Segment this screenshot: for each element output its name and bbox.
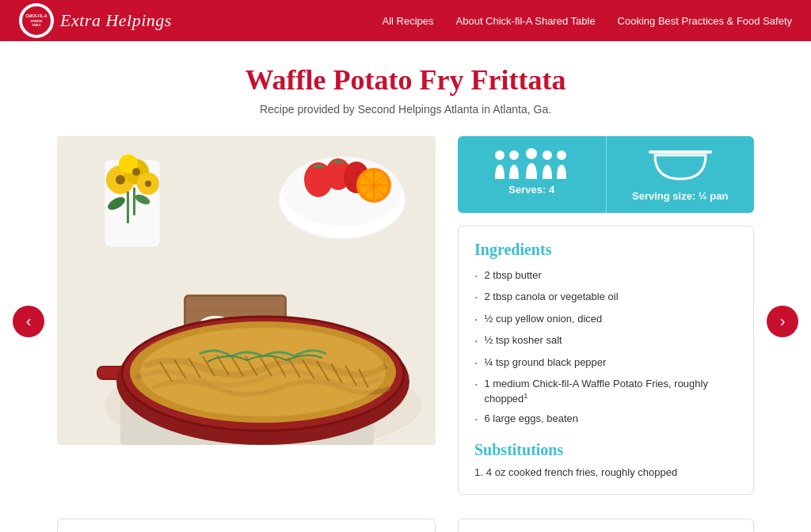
- main-nav: All Recipes About Chick-fil-A Shared Tab…: [383, 15, 793, 27]
- svg-point-60: [686, 169, 691, 173]
- svg-rect-27: [133, 188, 135, 215]
- ingredient-item: ·½ tsp kosher salt: [474, 333, 737, 350]
- svg-point-24: [132, 168, 140, 176]
- serving-banner: Serves: 4: [458, 136, 754, 213]
- svg-point-56: [682, 162, 687, 167]
- recipe-subtitle: Recipe provided by Second Helpings Atlan…: [16, 103, 795, 116]
- serving-suggestion-card: Serving Suggestion: [458, 519, 754, 532]
- main-content: ‹: [0, 124, 811, 519]
- substitution-item: 1.4 oz cooked french fries, roughly chop…: [474, 466, 737, 480]
- recipe-image: [57, 136, 436, 445]
- svg-point-51: [543, 150, 552, 160]
- serves-label: Serves: 4: [508, 184, 554, 196]
- serving-size-label: Serving size: ¼ pan: [632, 190, 728, 202]
- svg-rect-53: [649, 150, 712, 154]
- left-column: [57, 136, 436, 506]
- ingredient-item: ·¼ tsp ground black pepper: [474, 355, 737, 372]
- svg-point-23: [116, 175, 125, 184]
- svg-point-54: [666, 162, 671, 167]
- nav-about[interactable]: About Chick-fil-A Shared Table: [456, 15, 596, 27]
- header: CHICK-FIL-A SHARED TABLE Extra Helpings …: [0, 0, 811, 41]
- svg-point-25: [145, 180, 151, 187]
- instructions-card: Instructions Melt butter and oil in a 10…: [57, 519, 436, 532]
- people-icon: [492, 147, 571, 179]
- carousel-next-button[interactable]: ›: [767, 306, 798, 337]
- svg-text:TABLE: TABLE: [32, 24, 41, 27]
- ingredient-with-superscript: 1 medium Chick-fil-A Waffle Potato Fries…: [484, 377, 737, 407]
- svg-text:SHARED: SHARED: [31, 20, 43, 23]
- ingredients-title: Ingredients: [474, 241, 737, 259]
- logo-circle: CHICK-FIL-A SHARED TABLE: [19, 3, 54, 38]
- svg-point-52: [557, 150, 566, 160]
- serves-cell: Serves: 4: [458, 136, 607, 213]
- bottom-section: Instructions Melt butter and oil in a 10…: [0, 519, 811, 532]
- serving-size-cell: Serving size: ¼ pan: [607, 136, 755, 213]
- title-section: Waffle Potato Fry Frittata Recipe provid…: [0, 41, 811, 124]
- substitutions-title: Substitutions: [474, 441, 737, 459]
- ingredient-item: ·1 medium Chick-fil-A Waffle Potato Frie…: [474, 377, 737, 407]
- ingredient-item: ·2 tbsp butter: [474, 268, 737, 285]
- svg-point-48: [495, 150, 504, 160]
- right-column: Serves: 4: [458, 136, 754, 506]
- logo[interactable]: CHICK-FIL-A SHARED TABLE Extra Helpings: [19, 3, 172, 38]
- svg-rect-26: [127, 192, 129, 223]
- carousel-prev-button[interactable]: ‹: [13, 306, 44, 337]
- svg-point-49: [509, 150, 519, 160]
- svg-point-55: [674, 159, 679, 164]
- ingredient-item: ·6 large eggs, beaten: [474, 412, 737, 428]
- logo-inner-text: CHICK-FIL-A SHARED TABLE: [22, 6, 51, 35]
- recipe-title: Waffle Potato Fry Frittata: [16, 63, 795, 97]
- nav-all-recipes[interactable]: All Recipes: [383, 15, 434, 27]
- ingredient-item: ·2 tbsp canola or vegetable oil: [474, 290, 737, 306]
- ingredients-card: Ingredients ·2 tbsp butter ·2 tbsp canol…: [458, 226, 754, 495]
- nav-cooking[interactable]: Cooking Best Practices & Food Safety: [618, 15, 792, 27]
- svg-point-58: [670, 169, 675, 173]
- svg-point-59: [678, 169, 683, 173]
- svg-point-50: [526, 148, 537, 159]
- svg-text:CHICK-FIL-A: CHICK-FIL-A: [25, 14, 48, 18]
- colander-icon: [649, 147, 712, 185]
- ingredient-item: ·½ cup yellow onion, diced: [474, 312, 737, 329]
- ingredients-list: ·2 tbsp butter ·2 tbsp canola or vegetab…: [474, 268, 737, 428]
- svg-point-57: [690, 159, 695, 164]
- logo-text: Extra Helpings: [60, 10, 172, 31]
